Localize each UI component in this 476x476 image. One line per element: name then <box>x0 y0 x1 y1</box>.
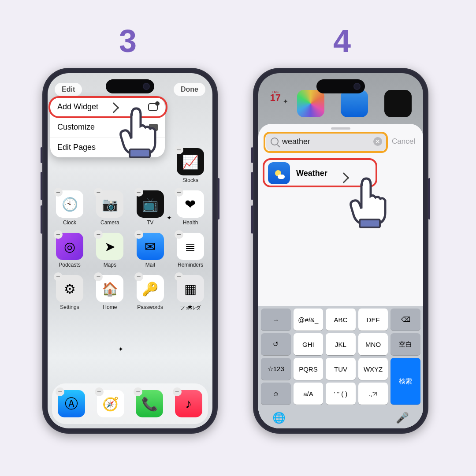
dynamic-island <box>316 79 365 93</box>
app-reminders[interactable]: –≣Reminders <box>173 233 208 268</box>
mic-key[interactable]: 🎤 <box>396 412 409 424</box>
app-label: Mail <box>145 262 155 268</box>
customize-menu-item[interactable]: Customize <box>50 117 165 137</box>
customize-icon <box>149 124 158 131</box>
key[interactable]: → <box>261 309 291 331</box>
key[interactable]: DEF <box>358 309 388 331</box>
app-grid: –📈Stocks –🕙Clock–📷Camera–📺TV–❤Health –◎P… <box>52 148 208 319</box>
app-label: Maps <box>104 262 116 268</box>
search-icon <box>271 138 279 145</box>
key[interactable]: ☺ <box>261 383 291 405</box>
key[interactable]: ↺ <box>261 333 291 355</box>
key[interactable]: 空白 <box>390 333 420 355</box>
app-clock[interactable]: –🕙Clock <box>52 190 87 226</box>
key[interactable]: ' " ( ) <box>326 383 356 405</box>
phone-step-3: Edit Done Add Widget Customize Edit Page… <box>42 68 218 434</box>
key[interactable]: JKL <box>326 333 356 355</box>
key[interactable]: ⌫ <box>390 309 420 331</box>
weather-app-icon <box>268 162 290 184</box>
done-button[interactable]: Done <box>174 83 205 96</box>
remove-badge[interactable]: – <box>175 230 183 239</box>
add-widget-menu-item[interactable]: Add Widget <box>50 97 165 117</box>
key[interactable]: GHI <box>294 333 324 355</box>
key[interactable]: @#/&_ <box>294 309 324 331</box>
widget-picker-sheet: weather ✕ Cancel Weather →@#/&_ABCDEF⌫ ↺… <box>258 124 423 428</box>
remove-badge[interactable]: – <box>175 188 183 197</box>
key[interactable]: MNO <box>358 333 388 355</box>
remove-badge[interactable]: – <box>173 387 182 396</box>
keyboard[interactable]: →@#/&_ABCDEF⌫ ↺GHIJKLMNO空白 ☆123PQRSTUVWX… <box>258 306 423 428</box>
app-music-icon[interactable]: –♪ <box>171 390 206 417</box>
app-safari-icon[interactable]: –🧭 <box>93 390 128 417</box>
dock: –Ⓐ–🧭–📞–♪ <box>52 383 208 424</box>
result-label: Weather <box>296 169 327 178</box>
remove-badge[interactable]: – <box>54 230 63 239</box>
app-label: Passwords <box>137 304 163 310</box>
remove-badge[interactable]: – <box>95 387 104 396</box>
edit-button[interactable]: Edit <box>55 83 82 96</box>
clear-search-icon[interactable]: ✕ <box>373 137 382 146</box>
search-text: weather <box>282 137 310 146</box>
app-phone-icon[interactable]: –📞 <box>132 390 167 417</box>
app-label: Podcasts <box>59 262 80 268</box>
key[interactable]: TUV <box>326 358 356 380</box>
sheet-grabber[interactable] <box>331 127 350 130</box>
key[interactable]: PQRS <box>294 358 324 380</box>
cancel-button[interactable]: Cancel <box>392 137 415 146</box>
key[interactable]: ☆123 <box>261 358 291 380</box>
edit-pages-menu-item[interactable]: Edit Pages <box>50 137 165 157</box>
app-health[interactable]: –❤Health <box>173 190 208 226</box>
app-stocks[interactable]: –📈Stocks <box>173 148 208 183</box>
app-label: Settings <box>60 304 79 310</box>
key[interactable]: ABC <box>326 309 356 331</box>
remove-badge[interactable]: – <box>175 272 183 281</box>
remove-badge[interactable]: – <box>134 230 143 239</box>
app-settings[interactable]: –⚙Settings <box>52 275 87 312</box>
app-label: Stocks <box>182 177 198 183</box>
app-podcasts[interactable]: –◎Podcasts <box>52 233 87 268</box>
app-label: TV <box>147 219 153 226</box>
add-widget-label: Add Widget <box>57 102 98 112</box>
remove-badge[interactable]: – <box>134 188 143 197</box>
key[interactable]: 検索 <box>390 358 420 405</box>
svg-rect-1 <box>360 219 380 227</box>
app-label: Reminders <box>178 262 203 268</box>
key[interactable]: WXYZ <box>358 358 388 380</box>
app-label: Camera <box>100 219 119 226</box>
remove-badge[interactable]: – <box>134 272 143 281</box>
app-camera[interactable]: –📷Camera <box>92 190 127 226</box>
widget-search-screen: TUE 17 ✦ weather ✕ Cancel Weather <box>258 73 423 428</box>
customize-label: Customize <box>57 123 95 132</box>
app-label: Health <box>183 219 198 226</box>
app-label: Home <box>103 304 117 310</box>
globe-key[interactable]: 🌐 <box>272 412 286 424</box>
app-label: Clock <box>63 219 76 226</box>
dynamic-island <box>106 79 154 93</box>
remove-badge[interactable]: – <box>54 272 63 281</box>
key[interactable]: .,?! <box>358 383 388 405</box>
remove-badge[interactable]: – <box>54 188 63 197</box>
phone-step-4: TUE 17 ✦ weather ✕ Cancel Weather <box>253 68 428 434</box>
step-label-4: 4 <box>333 23 351 59</box>
step-label-3: 3 <box>119 23 137 59</box>
remove-badge[interactable]: – <box>175 145 183 154</box>
home-screen-edit-mode[interactable]: Edit Done Add Widget Customize Edit Page… <box>48 73 212 428</box>
widget-icon <box>148 103 158 111</box>
edit-pages-label: Edit Pages <box>57 143 96 152</box>
search-result-weather[interactable]: Weather <box>264 159 417 188</box>
widget-search-input[interactable]: weather ✕ <box>266 132 387 151</box>
app-maps[interactable]: –➤Maps <box>92 233 127 268</box>
app-tv[interactable]: –📺TV <box>133 190 168 226</box>
app-passwords[interactable]: –🔑Passwords <box>133 275 168 312</box>
key[interactable]: a/A <box>294 383 324 405</box>
app-mail[interactable]: –✉Mail <box>133 233 168 268</box>
edit-context-menu: Add Widget Customize Edit Pages <box>50 97 165 157</box>
app-app-store-icon[interactable]: –Ⓐ <box>54 390 89 417</box>
app-home[interactable]: –🏠Home <box>92 275 127 312</box>
